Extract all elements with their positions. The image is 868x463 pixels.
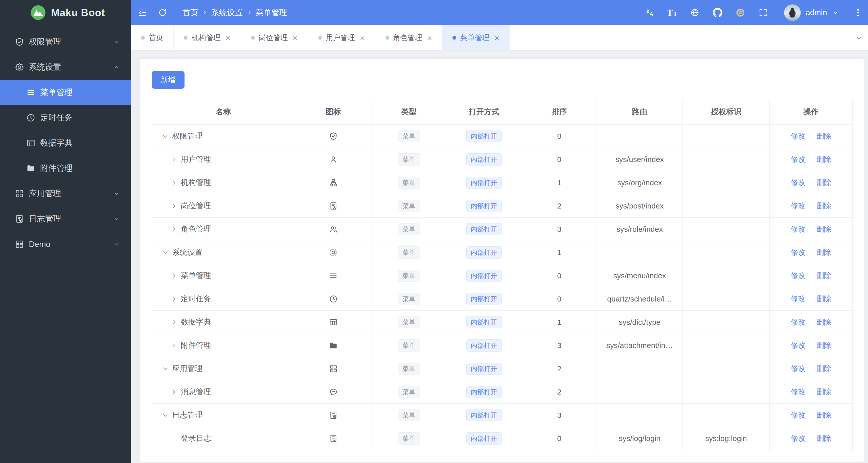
tab-close-icon[interactable]: × xyxy=(494,34,499,42)
delete-link[interactable]: 删除 xyxy=(817,201,831,211)
table-row: 定时任务 菜单 内部打开 0 quartz/schedule/i… 修改 删除 xyxy=(152,287,852,311)
menu-table: 名称图标类型打开方式排序路由授权标识操作 权限管理 菜单 内部打开 0 修改 删… xyxy=(152,99,852,450)
tab-首页[interactable]: 首页 xyxy=(131,25,174,50)
tree-expand-icon[interactable] xyxy=(170,225,178,233)
gitee-icon[interactable] xyxy=(736,8,745,18)
fullscreen-icon[interactable] xyxy=(758,8,768,18)
sort-value: 1 xyxy=(557,248,561,256)
delete-link[interactable]: 删除 xyxy=(817,271,831,281)
delete-link[interactable]: 删除 xyxy=(817,154,831,164)
edit-link[interactable]: 修改 xyxy=(791,340,806,350)
tab-角色管理[interactable]: 角色管理 × xyxy=(375,25,443,50)
tree-expand-icon[interactable] xyxy=(170,295,178,303)
translate-icon[interactable] xyxy=(645,8,654,18)
table-row: 消息管理 菜单 内部打开 2 修改 删除 xyxy=(152,380,852,404)
tab-岗位管理[interactable]: 岗位管理 × xyxy=(241,25,308,50)
open-mode-badge: 内部打开 xyxy=(466,339,502,351)
sidebar-item-定时任务[interactable]: 定时任务 xyxy=(0,105,131,130)
delete-link[interactable]: 删除 xyxy=(817,364,831,374)
tab-close-icon[interactable]: × xyxy=(427,34,432,42)
font-size-icon[interactable]: TT xyxy=(667,8,677,18)
breadcrumb-item[interactable]: 首页 xyxy=(183,7,198,18)
edit-link[interactable]: 修改 xyxy=(791,247,806,257)
tree-expand-icon[interactable] xyxy=(170,156,178,163)
sidebar-item-应用管理[interactable]: 应用管理 xyxy=(0,181,131,206)
tab-机构管理[interactable]: 机构管理 × xyxy=(174,25,241,50)
tab-close-icon[interactable]: × xyxy=(293,34,298,42)
github-icon[interactable] xyxy=(713,8,722,18)
tree-expand-icon[interactable] xyxy=(161,365,169,373)
breadcrumb-item[interactable]: 系统设置 xyxy=(211,7,243,18)
tree-expand-icon[interactable] xyxy=(170,318,178,326)
tree-expand-icon[interactable] xyxy=(161,132,169,140)
globe-icon[interactable] xyxy=(690,8,700,18)
refresh-icon[interactable] xyxy=(158,8,167,18)
tree-expand-icon[interactable] xyxy=(161,249,169,256)
delete-link[interactable]: 删除 xyxy=(817,178,831,188)
edit-link[interactable]: 修改 xyxy=(791,317,806,327)
delete-link[interactable]: 删除 xyxy=(817,433,831,443)
tree-expand-icon[interactable] xyxy=(170,202,178,210)
route-value: sys/post/index xyxy=(597,202,682,210)
delete-link[interactable]: 删除 xyxy=(817,247,831,257)
edit-link[interactable]: 修改 xyxy=(791,154,806,164)
tree-expand-icon[interactable] xyxy=(170,179,178,187)
tab-bar: 首页 机构管理 × 岗位管理 × 用户管理 × 角色管理 × 菜单管理 × xyxy=(131,25,868,51)
folder-icon xyxy=(329,341,338,350)
add-button[interactable]: 新增 xyxy=(152,71,185,89)
tab-菜单管理[interactable]: 菜单管理 × xyxy=(442,25,509,50)
users-icon xyxy=(329,225,338,234)
more-menu-icon[interactable] xyxy=(853,8,863,18)
menu-name: 数据字典 xyxy=(181,317,211,327)
edit-link[interactable]: 修改 xyxy=(791,224,806,234)
edit-link[interactable]: 修改 xyxy=(791,178,806,188)
delete-link[interactable]: 删除 xyxy=(817,410,831,420)
sidebar-item-日志管理[interactable]: 日志管理 xyxy=(0,206,131,232)
column-header: 排序 xyxy=(522,99,597,125)
delete-link[interactable]: 删除 xyxy=(817,340,831,350)
tree-expand-icon[interactable] xyxy=(170,342,178,349)
edit-link[interactable]: 修改 xyxy=(791,201,806,211)
edit-link[interactable]: 修改 xyxy=(791,387,806,397)
sort-value: 0 xyxy=(557,295,561,303)
sort-value: 0 xyxy=(557,434,561,442)
delete-link[interactable]: 删除 xyxy=(817,317,831,327)
table-row: 数据字典 菜单 内部打开 1 sys/dict/type 修改 删除 xyxy=(152,311,852,334)
tabs-dropdown-button[interactable] xyxy=(849,25,868,50)
delete-link[interactable]: 删除 xyxy=(817,131,831,141)
sidebar-item-权限管理[interactable]: 权限管理 xyxy=(0,29,131,55)
edit-link[interactable]: 修改 xyxy=(791,433,806,443)
tree-expand-icon[interactable] xyxy=(170,272,178,280)
sidebar-item-菜单管理[interactable]: 菜单管理 xyxy=(0,80,131,105)
edit-link[interactable]: 修改 xyxy=(791,271,806,281)
tab-用户管理[interactable]: 用户管理 × xyxy=(308,25,375,50)
edit-link[interactable]: 修改 xyxy=(791,364,806,374)
edit-link[interactable]: 修改 xyxy=(791,410,806,420)
route-value: sys/role/index xyxy=(597,225,682,234)
edit-link[interactable]: 修改 xyxy=(791,294,806,304)
edit-link[interactable]: 修改 xyxy=(791,131,806,141)
sidebar-item-数据字典[interactable]: 数据字典 xyxy=(0,130,131,156)
tree-expand-icon[interactable] xyxy=(170,388,178,396)
tab-status-dot xyxy=(318,36,322,40)
sort-value: 0 xyxy=(557,155,561,163)
tab-close-icon[interactable]: × xyxy=(225,34,230,42)
sidebar-item-附件管理[interactable]: 附件管理 xyxy=(0,156,131,181)
delete-link[interactable]: 删除 xyxy=(817,224,831,234)
delete-link[interactable]: 删除 xyxy=(817,294,831,304)
delete-link[interactable]: 删除 xyxy=(817,387,831,397)
type-badge: 菜单 xyxy=(398,293,420,305)
tree-expand-icon[interactable] xyxy=(161,411,169,419)
sidebar-item-系统设置[interactable]: 系统设置 xyxy=(0,55,131,80)
column-header: 打开方式 xyxy=(446,99,522,125)
sort-value: 3 xyxy=(557,411,561,419)
breadcrumb-item[interactable]: 菜单管理 xyxy=(256,7,287,18)
tab-close-icon[interactable]: × xyxy=(360,34,365,42)
sidebar-item-Demo[interactable]: Demo xyxy=(0,232,131,257)
type-badge: 菜单 xyxy=(398,153,420,165)
topbar-left: 首页›系统设置›菜单管理 xyxy=(137,7,287,18)
menu-name: 应用管理 xyxy=(172,363,203,374)
user-menu[interactable]: admin xyxy=(784,4,839,21)
menu-fold-icon[interactable] xyxy=(137,8,147,18)
open-mode-badge: 内部打开 xyxy=(466,246,502,258)
